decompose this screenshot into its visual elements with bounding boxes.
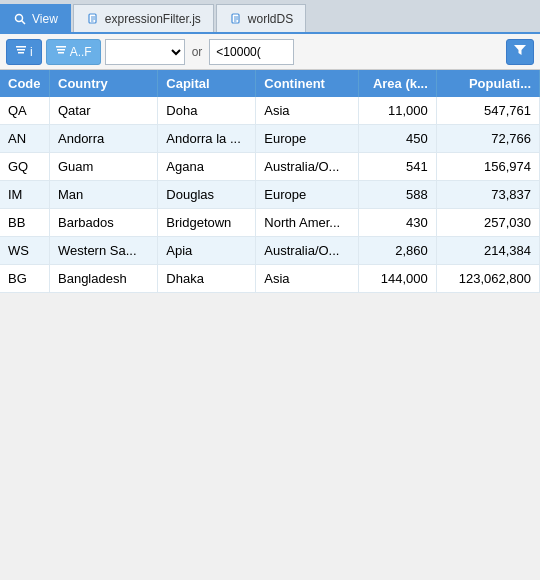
funnel-button[interactable] bbox=[506, 39, 534, 65]
cell-country: Man bbox=[50, 181, 158, 209]
cell-population: 257,030 bbox=[436, 209, 539, 237]
cell-continent: Asia bbox=[256, 97, 359, 125]
cell-area: 2,860 bbox=[359, 237, 436, 265]
funnel-icon bbox=[513, 43, 527, 60]
cell-country: Barbados bbox=[50, 209, 158, 237]
filter-i-label: i bbox=[30, 45, 33, 59]
table-row: QAQatarDohaAsia11,000547,761 bbox=[0, 97, 540, 125]
col-header-area[interactable]: Area (k... bbox=[359, 70, 436, 97]
filter-af-label: A..F bbox=[70, 45, 92, 59]
file-icon-2 bbox=[229, 12, 243, 26]
col-header-population[interactable]: Populati... bbox=[436, 70, 539, 97]
toolbar: i A..F or bbox=[0, 34, 540, 70]
cell-code: AN bbox=[0, 125, 50, 153]
cell-continent: North Amer... bbox=[256, 209, 359, 237]
cell-population: 547,761 bbox=[436, 97, 539, 125]
table-row: WSWestern Sa...ApiaAustralia/O...2,86021… bbox=[0, 237, 540, 265]
cell-code: QA bbox=[0, 97, 50, 125]
table-row: IMManDouglasEurope58873,837 bbox=[0, 181, 540, 209]
col-header-country[interactable]: Country bbox=[50, 70, 158, 97]
cell-population: 123,062,800 bbox=[436, 265, 539, 293]
cell-code: WS bbox=[0, 237, 50, 265]
cell-capital: Agana bbox=[158, 153, 256, 181]
cell-capital: Douglas bbox=[158, 181, 256, 209]
cell-population: 72,766 bbox=[436, 125, 539, 153]
or-label: or bbox=[189, 45, 206, 59]
cell-area: 450 bbox=[359, 125, 436, 153]
data-table-wrapper[interactable]: Code Country Capital Continent Area (k..… bbox=[0, 70, 540, 580]
condition-input[interactable] bbox=[209, 39, 294, 65]
tab-world-ds[interactable]: worldDS bbox=[216, 4, 306, 32]
tab-bar: View expressionFilter.js worldDS bbox=[0, 0, 540, 34]
cell-country: Guam bbox=[50, 153, 158, 181]
cell-area: 430 bbox=[359, 209, 436, 237]
filter-dropdown[interactable] bbox=[105, 39, 185, 65]
col-header-continent[interactable]: Continent bbox=[256, 70, 359, 97]
svg-rect-10 bbox=[16, 46, 26, 48]
cell-area: 588 bbox=[359, 181, 436, 209]
filter-af-button[interactable]: A..F bbox=[46, 39, 101, 65]
svg-marker-16 bbox=[514, 45, 526, 55]
cell-area: 541 bbox=[359, 153, 436, 181]
svg-rect-12 bbox=[18, 52, 24, 54]
col-header-capital[interactable]: Capital bbox=[158, 70, 256, 97]
cell-code: GQ bbox=[0, 153, 50, 181]
cell-code: IM bbox=[0, 181, 50, 209]
cell-code: BB bbox=[0, 209, 50, 237]
cell-continent: Australia/O... bbox=[256, 153, 359, 181]
table-row: BGBangladeshDhakaAsia144,000123,062,800 bbox=[0, 265, 540, 293]
file-icon-1 bbox=[86, 12, 100, 26]
svg-rect-14 bbox=[57, 49, 65, 51]
cell-continent: Europe bbox=[256, 181, 359, 209]
cell-continent: Asia bbox=[256, 265, 359, 293]
table-row: ANAndorraAndorra la ...Europe45072,766 bbox=[0, 125, 540, 153]
svg-rect-13 bbox=[56, 46, 66, 48]
cell-country: Qatar bbox=[50, 97, 158, 125]
filter-list-icon bbox=[15, 44, 27, 59]
cell-country: Western Sa... bbox=[50, 237, 158, 265]
table-row: BBBarbadosBridgetownNorth Amer...430257,… bbox=[0, 209, 540, 237]
filter-az-icon bbox=[55, 44, 67, 59]
cell-area: 11,000 bbox=[359, 97, 436, 125]
svg-line-1 bbox=[22, 20, 26, 24]
col-header-code[interactable]: Code bbox=[0, 70, 50, 97]
tab-expression-filter[interactable]: expressionFilter.js bbox=[73, 4, 214, 32]
cell-capital: Andorra la ... bbox=[158, 125, 256, 153]
tab-world-ds-label: worldDS bbox=[248, 12, 293, 26]
cell-capital: Doha bbox=[158, 97, 256, 125]
data-table: Code Country Capital Continent Area (k..… bbox=[0, 70, 540, 293]
cell-capital: Apia bbox=[158, 237, 256, 265]
cell-population: 214,384 bbox=[436, 237, 539, 265]
table-row: GQGuamAganaAustralia/O...541156,974 bbox=[0, 153, 540, 181]
filter-i-button[interactable]: i bbox=[6, 39, 42, 65]
cell-country: Bangladesh bbox=[50, 265, 158, 293]
cell-population: 156,974 bbox=[436, 153, 539, 181]
svg-point-0 bbox=[16, 14, 23, 21]
tab-view-label: View bbox=[32, 12, 58, 26]
cell-population: 73,837 bbox=[436, 181, 539, 209]
cell-capital: Dhaka bbox=[158, 265, 256, 293]
svg-rect-11 bbox=[17, 49, 25, 51]
tab-expression-filter-label: expressionFilter.js bbox=[105, 12, 201, 26]
tab-view[interactable]: View bbox=[0, 4, 71, 32]
svg-rect-15 bbox=[58, 52, 64, 54]
cell-area: 144,000 bbox=[359, 265, 436, 293]
search-icon bbox=[13, 12, 27, 26]
cell-continent: Australia/O... bbox=[256, 237, 359, 265]
table-header-row: Code Country Capital Continent Area (k..… bbox=[0, 70, 540, 97]
cell-country: Andorra bbox=[50, 125, 158, 153]
cell-code: BG bbox=[0, 265, 50, 293]
cell-continent: Europe bbox=[256, 125, 359, 153]
cell-capital: Bridgetown bbox=[158, 209, 256, 237]
